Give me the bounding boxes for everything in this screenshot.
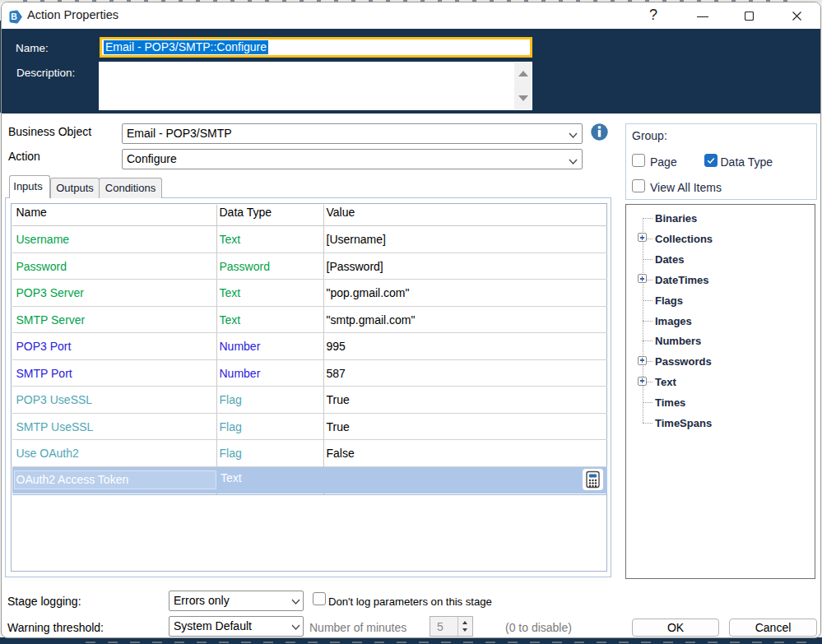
svg-text:B: B — [11, 12, 17, 21]
